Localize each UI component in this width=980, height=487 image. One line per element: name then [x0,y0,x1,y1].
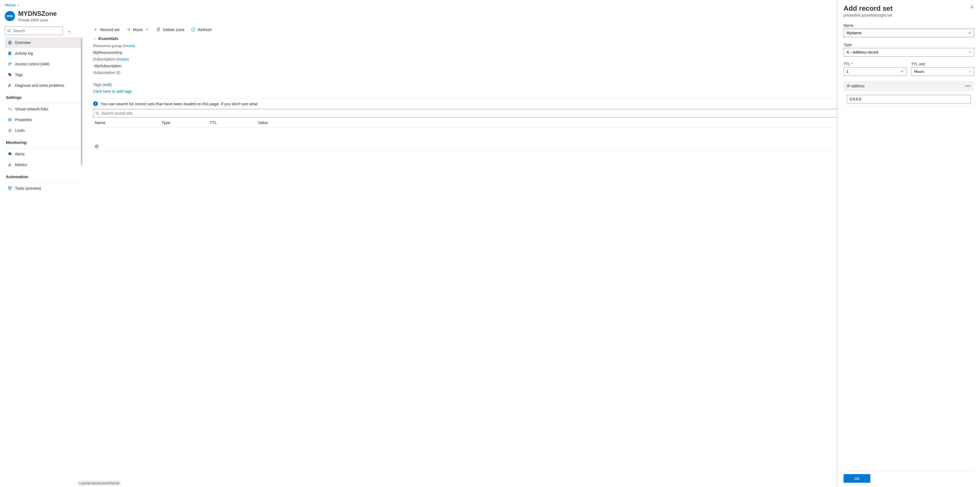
log-icon [8,51,12,56]
chevron-down-icon [145,27,150,32]
dns-badge-icon: DNS [5,11,15,21]
sidebar-item-label: Diagnose and solve problems [15,83,64,88]
ttl-unit-select[interactable] [914,69,972,74]
svg-rect-4 [9,53,10,53]
page-title: MYDNSZone [18,10,57,18]
sidebar-item-label: Tags [15,73,23,77]
sidebar-item-tasks[interactable]: Tasks (preview) [5,183,81,194]
page-subtitle: Private DNS zone [18,18,57,22]
properties-icon [8,117,12,122]
close-icon [970,5,974,9]
svg-rect-9 [9,118,9,121]
breadcrumb-home[interactable]: Home [5,3,16,7]
chevron-right-icon: › [18,3,19,7]
sidebar-item-label: Alerts [15,152,25,156]
search-icon [7,29,11,33]
resource-header: DNS MYDNSZone Private DNS zone ··· [5,9,980,26]
svg-point-7 [10,63,11,64]
refresh-icon [191,27,196,32]
add-record-panel: Add record set privatelink.azurehdinsigh… [838,0,980,485]
svg-point-8 [9,73,10,74]
cell-name: @ [95,144,162,148]
metrics-icon [8,162,12,167]
col-type[interactable]: Type [162,120,210,125]
sidebar-item-vnet-links[interactable]: Virtual network links [5,104,81,114]
check-icon [968,31,972,35]
panel-subtitle: privatelink.azurehdinsight.net [843,13,974,18]
sidebar-item-label: Locks [15,128,25,133]
essentials-title: Essentials [99,36,118,41]
more-icon[interactable]: ••• [965,84,971,88]
sidebar-search-input[interactable] [13,29,60,33]
sidebar-item-tags[interactable]: Tags [5,69,81,80]
svg-rect-11 [11,118,11,121]
people-icon [8,62,12,66]
ttl-unit-field[interactable] [911,67,974,76]
svg-line-25 [98,114,99,115]
name-input[interactable] [846,30,968,35]
info-text: You can search for record sets that have… [100,102,258,106]
svg-rect-20 [10,189,10,190]
sidebar-item-label: Overview [15,40,30,45]
move-button[interactable]: Move [126,27,150,32]
ttl-field[interactable] [843,67,907,76]
tasks-icon [8,186,12,191]
svg-point-0 [8,29,10,32]
add-tags-link[interactable]: Click here to add tags [93,89,132,94]
wrench-icon [8,83,12,88]
svg-rect-16 [10,164,10,166]
ok-button[interactable]: OK [843,474,870,483]
ttl-unit-label: TTL unit [911,62,974,66]
globe-icon [8,40,12,45]
col-ttl[interactable]: TTL [210,120,258,125]
sidebar-item-label: Properties [15,118,32,122]
chevron-up-icon [93,37,96,40]
sidebar-item-metrics[interactable]: Metrics [5,160,81,170]
sidebar-item-overview[interactable]: Overview [5,37,81,48]
sidebar-item-label: Tasks (preview) [15,186,41,190]
collapse-sidebar-icon[interactable]: « [66,29,73,34]
section-monitoring: Monitoring [5,136,81,147]
panel-title: Add record set [843,4,974,13]
close-panel-button[interactable] [970,5,974,10]
tags-edit-link[interactable]: edit [104,82,110,87]
rg-move-link[interactable]: move [124,43,134,48]
sidebar-item-properties[interactable]: Properties [5,114,81,125]
tags-label: Tags [93,82,102,87]
delete-zone-button[interactable]: Delete zone [156,27,185,32]
search-icon [95,112,99,115]
type-select[interactable] [846,50,972,55]
trash-icon [156,27,161,32]
col-name[interactable]: Name [95,120,162,125]
sidebar-item-label: Access control (IAM) [15,62,49,66]
sub-move-link[interactable]: move [118,57,127,61]
add-record-set-button[interactable]: Record set [93,27,119,32]
refresh-button[interactable]: Refresh [191,27,212,32]
sidebar-item-iam[interactable]: Access control (IAM) [5,59,81,69]
arrow-right-icon [126,27,131,32]
sidebar-item-label: Activity log [15,51,33,56]
svg-rect-17 [10,163,11,166]
svg-rect-18 [8,187,10,188]
toolbar-label: Record set [100,27,119,32]
type-label: Type [843,43,974,47]
name-label: Name [843,23,974,27]
type-field[interactable] [843,48,974,56]
sidebar-item-diagnose[interactable]: Diagnose and solve problems [5,80,81,91]
ttl-input[interactable] [846,69,900,74]
name-field[interactable] [843,29,974,37]
sidebar-search[interactable] [5,27,63,35]
ip-input[interactable] [849,97,969,102]
sidebar-item-alerts[interactable]: Alerts [5,148,81,160]
sidebar-item-label: Metrics [15,163,27,167]
sidebar-item-locks[interactable]: Locks [5,125,81,136]
svg-rect-15 [9,165,9,166]
breadcrumb: Home › [5,0,980,9]
ttl-label: TTL * [843,62,907,66]
svg-rect-13 [9,153,11,155]
section-settings: Settings [5,91,81,102]
info-icon: i [93,101,98,106]
sidebar-item-activity-log[interactable]: Activity log [5,48,81,59]
ip-field[interactable] [847,95,971,104]
svg-line-1 [10,31,11,32]
